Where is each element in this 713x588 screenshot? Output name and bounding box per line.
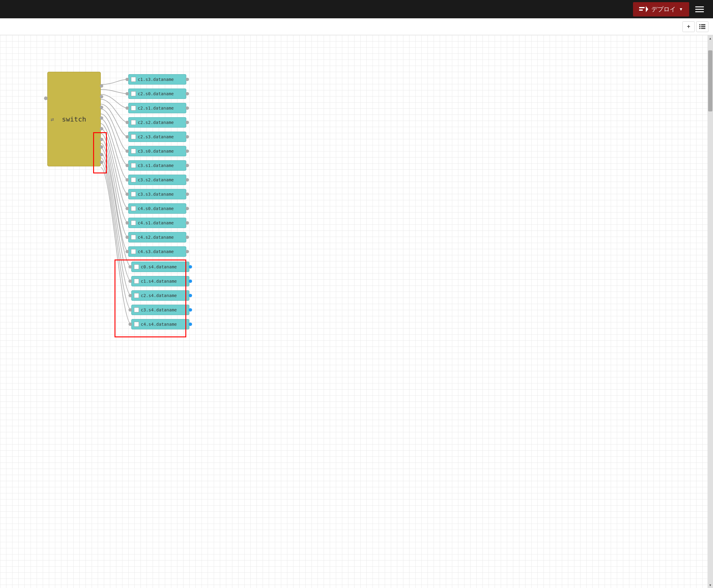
node-c3s2-icon (131, 177, 136, 182)
node-c2s3-icon (131, 134, 136, 139)
node-c4s1-icon (131, 220, 136, 225)
node-c4s2-label: c4.s2.dataname (138, 235, 174, 240)
svg-rect-6 (701, 26, 705, 27)
svg-rect-5 (699, 26, 700, 27)
svg-marker-2 (646, 6, 648, 12)
node-c3s2[interactable]: c3.s2.dataname (128, 175, 186, 185)
node-c4s3[interactable]: c4.s3.dataname (128, 246, 186, 257)
node-c2s3[interactable]: c2.s3.dataname (128, 131, 186, 142)
node-c1s3-port-right (186, 78, 189, 81)
node-c4s1[interactable]: c4.s1.dataname (128, 218, 186, 228)
switch-port-2 (100, 95, 103, 98)
node-c2s3-label: c2.s3.dataname (138, 134, 174, 139)
node-c2s1-icon (131, 106, 136, 110)
scrollbar-thumb[interactable] (708, 50, 712, 111)
node-c4s3-label: c4.s3.dataname (138, 249, 174, 254)
svg-rect-8 (701, 28, 705, 29)
node-c3s3-label: c3.s3.dataname (138, 192, 174, 196)
node-c2s0-icon (131, 91, 136, 96)
node-c3s3-port-left (126, 193, 129, 196)
node-c4s1-port-right (186, 221, 189, 225)
node-c4s1-port-left (126, 221, 129, 225)
node-c3s1-label: c3.s1.dataname (138, 163, 174, 168)
node-c2s0-port-right (186, 92, 189, 96)
node-c4s2[interactable]: c4.s2.dataname (128, 232, 186, 243)
toolbar: + (0, 18, 713, 35)
node-c2s0-port-left (126, 92, 129, 96)
node-c4s0-icon (131, 206, 136, 211)
node-c3s1-port-left (126, 164, 129, 167)
svg-rect-3 (699, 24, 700, 25)
node-c4s0-label: c4.s0.dataname (138, 206, 174, 211)
deploy-icon (639, 6, 648, 12)
switch-icon: ⇄ (51, 116, 54, 122)
menu-line3 (695, 11, 704, 12)
svg-rect-4 (701, 24, 705, 25)
node-c2s4-port-right (189, 294, 192, 297)
switch-port-1 (100, 84, 103, 88)
node-c2s1-label: c2.s1.dataname (138, 106, 174, 110)
svg-rect-7 (699, 28, 700, 29)
node-c3s2-label: c3.s2.dataname (138, 177, 174, 182)
node-c3s3-icon (131, 192, 136, 196)
node-c2s2-label: c2.s2.dataname (138, 120, 174, 125)
node-c4s3-port-left (126, 250, 129, 253)
node-c2s3-port-left (126, 135, 129, 139)
node-c3s4-port-right (189, 308, 192, 312)
node-c4s3-icon (131, 249, 136, 254)
scroll-up-arrow[interactable]: ▲ (708, 35, 713, 41)
list-icon (699, 24, 705, 29)
menu-line1 (695, 6, 704, 7)
node-c0s4-port-right (189, 265, 192, 269)
switch-port-5 (100, 127, 103, 130)
node-c2s2-port-right (186, 121, 189, 124)
switch-port-highlight (93, 132, 107, 173)
node-c4s1-label: c4.s1.dataname (138, 220, 174, 225)
switch-label: switch (62, 115, 86, 123)
node-c4s0[interactable]: c4.s0.dataname (128, 203, 186, 214)
deploy-button[interactable]: デプロイ ▼ (633, 2, 689, 17)
node-c1s3[interactable]: c1.s3.dataname (128, 74, 186, 85)
vertical-scrollbar[interactable]: ▲ ▼ (708, 35, 713, 588)
node-c2s1[interactable]: c2.s1.dataname (128, 103, 186, 113)
deploy-label: デプロイ (651, 5, 676, 14)
menu-button[interactable] (692, 3, 707, 15)
node-c2s2[interactable]: c2.s2.dataname (128, 117, 186, 128)
add-button[interactable]: + (683, 21, 695, 32)
node-c3s0-label: c3.s0.dataname (138, 149, 174, 153)
node-c4s3-port-right (186, 250, 189, 253)
node-c3s2-port-left (126, 178, 129, 182)
scroll-down-arrow[interactable]: ▼ (708, 582, 713, 588)
switch-port-3 (100, 106, 103, 109)
node-c1s3-port-left (126, 78, 129, 81)
deploy-dropdown-arrow: ▼ (679, 7, 683, 12)
node-c3s0-port-left (126, 150, 129, 153)
node-c1s4-port-right (189, 280, 192, 283)
switch-node[interactable]: ⇄ switch (47, 72, 101, 166)
node-c3s2-port-right (186, 178, 189, 182)
node-c3s1-icon (131, 163, 136, 168)
node-c4s0-port-right (186, 207, 189, 210)
node-c2s0[interactable]: c2.s0.dataname (128, 88, 186, 99)
node-c3s3[interactable]: c3.s3.dataname (128, 189, 186, 200)
node-c4s2-port-left (126, 236, 129, 239)
node-c3s0[interactable]: c3.s0.dataname (128, 146, 186, 156)
node-c2s3-port-right (186, 135, 189, 139)
node-c2s2-icon (131, 120, 136, 125)
header: デプロイ ▼ (0, 0, 713, 18)
node-c3s1-port-right (186, 164, 189, 167)
list-button[interactable] (696, 21, 708, 32)
node-c3s1[interactable]: c3.s1.dataname (128, 160, 186, 171)
node-c4s2-icon (131, 235, 136, 240)
menu-line2 (695, 9, 704, 10)
bottom-nodes-highlight (114, 259, 186, 337)
node-c1s3-label: c1.s3.dataname (138, 77, 174, 82)
svg-rect-1 (639, 9, 643, 11)
node-c4s0-port-left (126, 207, 129, 210)
canvas: ⇄ switch c1.s3.dataname c2.s0.dataname c… (0, 35, 713, 588)
node-c1s3-icon (131, 77, 136, 82)
node-c4s2-port-right (186, 236, 189, 239)
node-c2s1-port-left (126, 107, 129, 110)
node-c2s1-port-right (186, 107, 189, 110)
switch-input-port (44, 97, 48, 100)
